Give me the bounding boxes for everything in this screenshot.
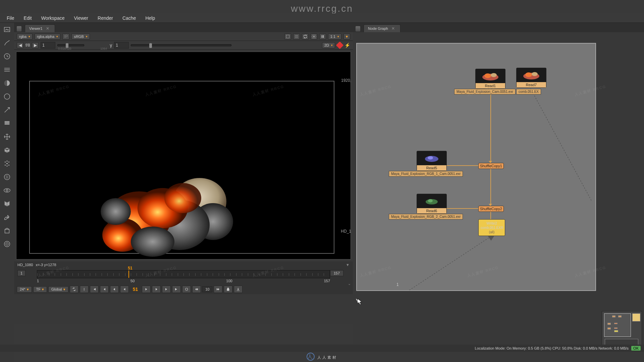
tool-circle-icon[interactable] — [3, 93, 11, 101]
skip-frames[interactable]: 10 — [202, 286, 212, 292]
clip-icon[interactable] — [284, 34, 291, 40]
node-shufflecopy2[interactable]: ShuffleCopy2 — [478, 206, 504, 212]
close-icon[interactable]: ✕ — [46, 26, 49, 31]
zoom-select[interactable]: 1:1▾ — [328, 34, 341, 40]
tool-draw-icon[interactable] — [3, 39, 11, 47]
menu-edit[interactable]: Edit — [19, 14, 37, 22]
node-read5[interactable]: Read5 — [417, 151, 447, 171]
menu-help[interactable]: Help — [141, 14, 160, 22]
fstop-value[interactable]: 1 — [41, 42, 55, 49]
tab-viewer1[interactable]: Viewer1 ✕ — [25, 24, 55, 32]
gamma-slider[interactable] — [131, 44, 231, 46]
fstop-slider[interactable] — [57, 44, 84, 46]
tab-node-graph[interactable]: Node Graph ✕ — [364, 24, 400, 32]
node-read5-path: Maya_Fluid_Explosion_RGB_1_Cam.0051.exr — [389, 171, 463, 177]
timeline-start[interactable]: 1 — [17, 270, 25, 276]
tab-handle-icon[interactable] — [17, 26, 21, 32]
tool-transform-icon[interactable] — [3, 133, 11, 141]
tool-merge-icon[interactable] — [3, 119, 11, 127]
node-read1-path: Maya_Fluid_Explosion_Cam.0051.exr — [454, 89, 516, 95]
fps-select[interactable]: 24*▾ — [17, 286, 32, 293]
node-read6[interactable]: Read6 — [417, 194, 447, 214]
view-mode-select[interactable]: 2D▾ — [322, 42, 335, 48]
step-back-button[interactable] — [110, 286, 119, 293]
hd-label: HD_1 — [341, 229, 351, 234]
timeline-end[interactable]: 157 — [330, 270, 343, 276]
viewer-content-image — [96, 171, 240, 265]
step-fwd-button[interactable] — [152, 286, 161, 293]
tf-select[interactable]: TF▾ — [33, 286, 47, 293]
tab-handle-icon[interactable] — [356, 26, 360, 32]
tool-particles-icon[interactable] — [3, 160, 11, 168]
gamma-value[interactable]: 1 — [114, 42, 129, 49]
in-point-button[interactable]: I — [80, 286, 89, 293]
tool-3d-icon[interactable] — [3, 146, 11, 154]
timeline-track[interactable]: 51 — [37, 270, 330, 278]
prev-frame-button[interactable]: ◀ — [17, 42, 23, 48]
gear-icon[interactable] — [311, 34, 317, 40]
tool-time-icon[interactable] — [3, 52, 11, 60]
sync-select[interactable]: Global▾ — [48, 286, 68, 293]
node-shufflecopy1[interactable]: ShuffleCopy1 — [478, 163, 504, 169]
tool-all-icon[interactable] — [3, 240, 11, 248]
tool-metadata-icon[interactable] — [3, 200, 11, 208]
svg-rect-33 — [227, 289, 229, 291]
svg-point-19 — [4, 241, 10, 247]
tool-toolsets-icon[interactable] — [3, 213, 11, 221]
node-write2[interactable]: Write2 comb.051.EXR (all) — [478, 219, 505, 236]
refresh-icon[interactable] — [302, 34, 309, 40]
caret-down-icon[interactable]: ▾ — [343, 34, 350, 40]
out-point-button[interactable]: O — [182, 286, 191, 293]
svg-point-8 — [5, 162, 6, 163]
svg-point-3 — [4, 94, 10, 100]
svg-point-45 — [428, 199, 433, 202]
menu-file[interactable]: File — [2, 14, 19, 22]
menu-bar: File Edit Workspace Viewer Render Cache … — [0, 13, 644, 23]
lut-select[interactable]: sRGB▾ — [71, 34, 90, 40]
tool-views-icon[interactable] — [3, 186, 11, 194]
ip-button[interactable]: IP — [62, 34, 69, 40]
footer-logo-icon: 人 — [307, 353, 315, 361]
tool-image-icon[interactable] — [3, 25, 11, 34]
timeline-chevron-icon[interactable]: ⌄ — [348, 282, 351, 286]
status-dropdown-icon[interactable]: ▼ — [346, 263, 350, 267]
play-back-button[interactable] — [120, 286, 129, 293]
node-read7[interactable]: Read7 — [516, 68, 546, 88]
viewport[interactable]: 1920, HD_1 — [16, 52, 351, 259]
menu-render[interactable]: Render — [93, 14, 118, 22]
viewer-panel: Viewer1 ✕ rgba▾ rgba.alpha▾ IP sRGB▾ 1:1… — [14, 23, 353, 324]
skip-fwd-button[interactable] — [214, 286, 222, 293]
alpha-select[interactable]: rgba.alpha▾ — [35, 34, 60, 40]
menu-viewer[interactable]: Viewer — [69, 14, 93, 22]
export-icon[interactable] — [234, 286, 243, 293]
next-key-button[interactable] — [162, 286, 171, 293]
timeline-labels: 150100157 — [37, 279, 330, 283]
prev-key-button[interactable] — [100, 286, 109, 293]
tool-color-icon[interactable] — [3, 79, 11, 87]
current-frame[interactable]: 51 — [130, 287, 141, 292]
pause-icon[interactable] — [319, 34, 326, 40]
list-icon[interactable] — [293, 34, 300, 40]
tool-deep-icon[interactable]: D — [3, 173, 11, 181]
svg-point-7 — [7, 163, 8, 164]
channel-select[interactable]: rgba▾ — [17, 34, 33, 40]
svg-point-17 — [6, 189, 8, 191]
menu-workspace[interactable]: Workspace — [37, 14, 69, 22]
go-start-button[interactable] — [90, 286, 99, 293]
skip-back-button[interactable] — [192, 286, 201, 293]
lock-icon[interactable] — [224, 286, 232, 293]
node-read1[interactable]: Read1 — [475, 69, 505, 89]
node-graph-canvas[interactable]: Read1 Maya_Fluid_Explosion_Cam.0051.exr … — [356, 43, 596, 291]
loop-icon[interactable] — [70, 286, 78, 293]
lightning-icon[interactable]: ⚡ — [344, 43, 350, 48]
play-button[interactable] — [142, 286, 151, 293]
close-icon[interactable]: ✕ — [391, 26, 395, 31]
tool-other-icon[interactable] — [3, 227, 11, 235]
svg-point-12 — [7, 161, 7, 162]
tool-channel-icon[interactable] — [3, 66, 11, 74]
tool-keyer-icon[interactable] — [3, 106, 11, 114]
next-frame-button[interactable]: ▶ — [32, 42, 39, 48]
go-end-button[interactable] — [172, 286, 181, 293]
menu-cache[interactable]: Cache — [118, 14, 141, 22]
wipe-icon[interactable] — [336, 41, 344, 49]
